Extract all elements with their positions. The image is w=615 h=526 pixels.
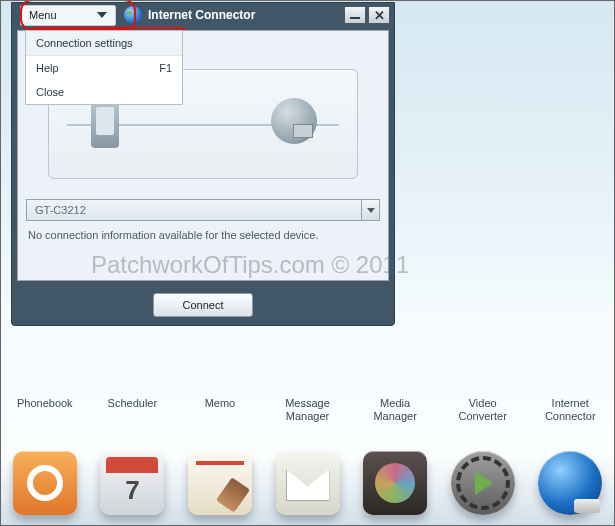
minimize-button[interactable] [344,6,366,24]
dock-label-media-manager: MediaManager [351,395,439,429]
device-selector-value: GT-C3212 [27,204,361,216]
menu-item-label: Help [36,62,59,74]
app-dock: Phonebook Scheduler Memo MessageManager … [1,395,614,525]
globe-monitor-icon [271,98,317,144]
window-footer: Connect [12,285,394,325]
dock-label-video-converter: VideoConverter [439,395,527,429]
menu-item-help[interactable]: Help F1 [26,56,182,80]
dock-label-scheduler: Scheduler [89,395,177,429]
internet-connector-icon[interactable] [538,451,602,515]
menu-button-label: Menu [29,9,57,21]
message-manager-icon[interactable] [276,451,340,515]
menu-button[interactable]: Menu [20,5,116,26]
menu-item-label: Connection settings [36,37,133,49]
phonebook-icon[interactable] [13,451,77,515]
dock-label-memo: Memo [176,395,264,429]
menu-item-close[interactable]: Close [26,80,182,104]
globe-icon [124,6,142,24]
dock-label-internet-connector: InternetConnector [526,395,614,429]
chevron-down-icon [367,208,375,213]
close-icon: ✕ [374,9,385,22]
scheduler-icon[interactable] [100,451,164,515]
menu-item-label: Close [36,86,64,98]
close-button[interactable]: ✕ [368,6,390,24]
media-manager-icon[interactable] [363,451,427,515]
memo-icon[interactable] [188,451,252,515]
device-selector-dropdown-button[interactable] [361,200,379,220]
minimize-icon [350,17,360,19]
phone-device-icon [91,102,119,148]
internet-connector-window: Menu Internet Connector ✕ Connection set… [11,2,395,326]
device-selector[interactable]: GT-C3212 [26,199,380,221]
dock-icons-row [1,431,614,515]
titlebar: Menu Internet Connector ✕ [12,3,394,27]
dock-labels-row: Phonebook Scheduler Memo MessageManager … [1,395,614,429]
status-text: No connection information available for … [28,229,318,241]
menu-dropdown: Connection settings Help F1 Close [25,30,183,105]
dock-label-phonebook: Phonebook [1,395,89,429]
menu-item-connection-settings[interactable]: Connection settings [26,31,182,55]
chevron-down-icon [97,12,107,18]
menu-item-shortcut: F1 [159,62,172,74]
window-title: Internet Connector [148,8,342,22]
dock-label-message-manager: MessageManager [264,395,352,429]
video-converter-icon[interactable] [451,451,515,515]
connect-button[interactable]: Connect [153,293,253,317]
